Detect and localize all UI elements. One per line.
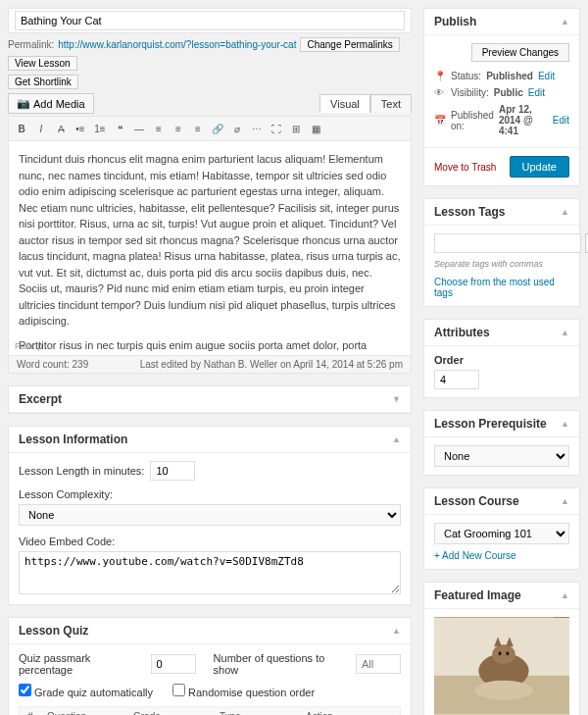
distraction-free-icon[interactable]: ⊞ — [287, 120, 305, 137]
tab-visual[interactable]: Visual — [319, 94, 370, 113]
toolbar-toggle-icon[interactable]: ▦ — [307, 120, 324, 137]
chevron-down-icon: ▼ — [392, 394, 401, 404]
chevron-up-icon: ▲ — [561, 207, 569, 217]
tag-help: Separate tags with commas — [434, 259, 569, 269]
pin-icon: 📍 — [434, 71, 446, 81]
grade-auto-checkbox-label[interactable]: Grade quiz automatically — [19, 684, 153, 698]
prereq-title: Lesson Prerequisite — [434, 417, 547, 431]
lesson-info-title: Lesson Information — [19, 433, 127, 446]
lesson-quiz-toggle[interactable]: Lesson Quiz ▲ — [9, 618, 411, 644]
quiz-num-input[interactable] — [356, 654, 401, 674]
strike-icon[interactable]: A̶ — [52, 120, 70, 137]
lesson-tags-title: Lesson Tags — [434, 205, 505, 219]
ol-icon[interactable]: 1≡ — [91, 120, 109, 137]
chevron-up-icon: ▲ — [561, 419, 569, 429]
chevron-up-icon: ▲ — [392, 434, 401, 444]
quiz-passmark-label: Quiz passmark percentage — [19, 652, 145, 676]
fullscreen-icon[interactable]: ⛶ — [268, 120, 285, 137]
prereq-select[interactable]: None — [434, 445, 569, 467]
course-select[interactable]: Cat Grooming 101 — [434, 523, 569, 544]
unlink-icon[interactable]: ⌀ — [228, 120, 246, 137]
content-p2: Porttitor risus in nec turpis quis enim … — [19, 337, 401, 357]
published-date: Apr 12, 2014 @ 4:41 — [499, 104, 548, 136]
course-toggle[interactable]: Lesson Course ▲ — [424, 488, 579, 515]
word-count: Word count: 239 — [17, 359, 88, 370]
permalink-label: Permalink: — [8, 39, 54, 50]
choose-tags-link[interactable]: Choose from the most used tags — [434, 277, 569, 298]
content-editor[interactable]: Tincidunt duis rhoncus elit magna enim p… — [8, 140, 412, 356]
view-lesson-button[interactable]: View Lesson — [8, 56, 77, 71]
bold-icon[interactable]: B — [13, 120, 30, 137]
lesson-info-toggle[interactable]: Lesson Information ▲ — [9, 427, 411, 453]
align-right-icon[interactable]: ≡ — [189, 120, 207, 137]
cat-image-icon — [434, 617, 569, 715]
lesson-tags-toggle[interactable]: Lesson Tags ▲ — [424, 199, 579, 226]
post-title-input[interactable] — [15, 11, 405, 30]
quiz-passmark-input[interactable] — [151, 654, 196, 674]
chevron-up-icon: ▲ — [561, 590, 569, 600]
featured-image-title: Featured Image — [434, 588, 521, 602]
order-label: Order — [434, 354, 464, 366]
change-permalinks-button[interactable]: Change Permalinks — [300, 37, 399, 52]
grade-auto-checkbox[interactable] — [19, 684, 31, 696]
hr-icon[interactable]: — — [130, 120, 148, 137]
permalink-url[interactable]: http://www.karlanorquist.com/?lesson=bat… — [58, 39, 296, 50]
order-input[interactable] — [434, 370, 479, 389]
permalink-row: Permalink: http://www.karlanorquist.com/… — [8, 37, 412, 71]
lesson-length-input[interactable] — [150, 461, 195, 481]
get-shortlink-button[interactable]: Get Shortlink — [8, 75, 78, 89]
edit-visibility-link[interactable]: Edit — [528, 87, 545, 98]
camera-icon: 📷 — [17, 97, 30, 110]
randomise-checkbox-label[interactable]: Randomise question order — [172, 684, 315, 698]
attributes-toggle[interactable]: Attributes ▲ — [424, 320, 579, 346]
align-center-icon[interactable]: ≡ — [170, 120, 187, 137]
excerpt-toggle[interactable]: Excerpt ▼ — [9, 386, 411, 413]
tag-input[interactable] — [434, 233, 581, 253]
svg-point-6 — [499, 651, 502, 655]
align-left-icon[interactable]: ≡ — [150, 120, 168, 137]
add-course-link[interactable]: + Add New Course — [434, 550, 569, 561]
lesson-complexity-select[interactable]: None — [19, 504, 401, 526]
editor-toolbar: B I A̶ •≡ 1≡ ❝ — ≡ ≡ ≡ 🔗 ⌀ ⋯ ⛶ ⊞ ▦ — [8, 116, 412, 140]
editor-path: Path: p — [9, 338, 49, 356]
tab-text[interactable]: Text — [370, 94, 412, 113]
attributes-title: Attributes — [434, 326, 490, 339]
editor-statusbar: Word count: 239 Last edited by Nathan B.… — [8, 356, 412, 374]
status-value: Published — [486, 71, 533, 81]
randomise-checkbox[interactable] — [172, 684, 185, 696]
italic-icon[interactable]: I — [32, 120, 50, 137]
content-p1: Tincidunt duis rhoncus elit magna enim p… — [19, 151, 401, 330]
calendar-icon: 📅 — [434, 115, 446, 126]
svg-point-8 — [474, 681, 532, 700]
excerpt-title: Excerpt — [19, 392, 62, 406]
move-to-trash-link[interactable]: Move to Trash — [434, 162, 496, 173]
edit-status-link[interactable]: Edit — [538, 71, 555, 81]
chevron-up-icon: ▲ — [561, 17, 569, 26]
lesson-length-label: Lesson Length in minutes: — [19, 465, 144, 477]
course-title: Lesson Course — [434, 494, 519, 508]
last-edited: Last edited by Nathan B. Weller on April… — [140, 359, 403, 370]
lesson-quiz-title: Lesson Quiz — [19, 624, 88, 638]
more-icon[interactable]: ⋯ — [248, 120, 266, 137]
video-embed-input[interactable]: https://www.youtube.com/watch?v=S0DIV8mZ… — [19, 551, 401, 594]
edit-date-link[interactable]: Edit — [553, 115, 569, 126]
svg-point-7 — [506, 651, 509, 655]
add-media-button[interactable]: 📷 Add Media — [8, 93, 94, 114]
visibility-value: Public — [494, 87, 523, 98]
link-icon[interactable]: 🔗 — [209, 120, 226, 137]
publish-toggle[interactable]: Publish ▲ — [424, 9, 579, 35]
prereq-toggle[interactable]: Lesson Prerequisite ▲ — [424, 411, 579, 437]
update-button[interactable]: Update — [510, 156, 569, 178]
featured-image-toggle[interactable]: Featured Image ▲ — [424, 583, 579, 609]
chevron-up-icon: ▲ — [561, 496, 569, 506]
ul-icon[interactable]: •≡ — [72, 120, 89, 137]
quiz-table-header: # Question Grade Type Action — [20, 707, 400, 715]
featured-image-thumb[interactable] — [434, 617, 569, 715]
add-media-label: Add Media — [33, 98, 85, 110]
quote-icon[interactable]: ❝ — [111, 120, 128, 137]
svg-point-3 — [492, 644, 515, 664]
preview-changes-button[interactable]: Preview Changes — [471, 43, 569, 62]
title-input-wrap — [8, 8, 412, 33]
quiz-num-label: Number of questions to show — [214, 652, 350, 676]
chevron-up-icon: ▲ — [392, 626, 401, 636]
